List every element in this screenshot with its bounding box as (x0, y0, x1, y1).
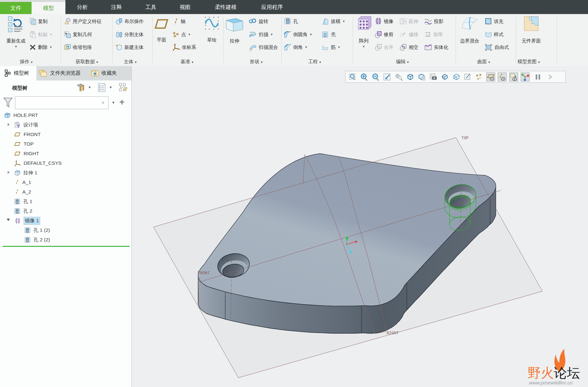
svg-text:FRONT: FRONT (198, 271, 210, 276)
svg-text:野火论坛: 野火论坛 (528, 366, 580, 380)
svg-text:RIGHT: RIGHT (387, 331, 399, 336)
svg-text:www.proewildfire.cn: www.proewildfire.cn (529, 380, 573, 385)
svg-text:TOP: TOP (461, 136, 469, 140)
